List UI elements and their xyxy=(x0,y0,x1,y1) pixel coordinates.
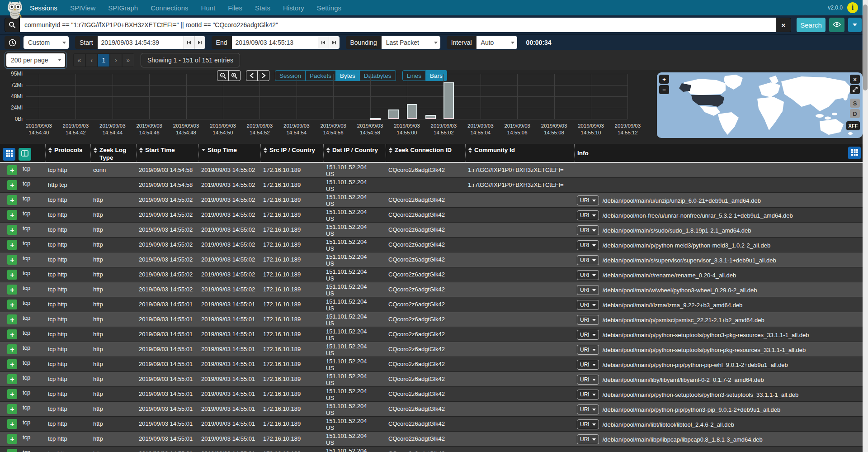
map-zoom-in-button[interactable]: + xyxy=(659,75,669,84)
uri-dropdown-button[interactable]: URI xyxy=(577,404,599,414)
page-button[interactable]: » xyxy=(122,53,134,67)
interval-select[interactable]: Auto xyxy=(476,36,517,49)
nav-item-connections[interactable]: Connections xyxy=(151,4,188,12)
expand-row-button[interactable]: + xyxy=(7,180,17,190)
expand-row-button[interactable]: + xyxy=(7,240,17,250)
search-input[interactable] xyxy=(20,18,776,32)
expand-row-button[interactable]: + xyxy=(7,285,17,295)
map-dst-button[interactable]: D xyxy=(850,109,860,118)
map-close-button[interactable]: × xyxy=(850,75,860,84)
page-button-current[interactable]: 1 xyxy=(98,53,110,67)
uri-dropdown-button[interactable]: URI xyxy=(577,419,599,429)
uri-dropdown-button[interactable]: URI xyxy=(577,300,599,310)
expand-row-button[interactable]: + xyxy=(7,359,17,369)
expand-row-button[interactable]: + xyxy=(7,195,17,205)
uri-dropdown-button[interactable]: URI xyxy=(577,375,599,385)
uri-dropdown-button[interactable]: URI xyxy=(577,330,599,340)
map-expand-button[interactable] xyxy=(850,85,860,94)
scrollbar-thumb[interactable] xyxy=(863,5,868,90)
expand-row-button[interactable]: + xyxy=(7,344,17,354)
expand-row-button[interactable]: + xyxy=(7,314,17,324)
uri-dropdown-button[interactable]: URI xyxy=(577,255,599,265)
chart-bar[interactable] xyxy=(443,82,454,119)
table-settings-button[interactable] xyxy=(848,147,861,159)
chart-bar[interactable] xyxy=(388,109,399,119)
map-xff-button[interactable]: XFF xyxy=(846,121,860,130)
uri-dropdown-button[interactable]: URI xyxy=(577,434,599,444)
column-header-start-time[interactable]: Start Time xyxy=(136,144,198,162)
metric-toggle-packets[interactable]: Packets xyxy=(306,70,336,81)
uri-dropdown-button[interactable]: URI xyxy=(577,270,599,280)
column-header-protocols[interactable]: Protocols xyxy=(45,144,90,162)
expand-row-button[interactable]: + xyxy=(7,374,17,384)
bounding-select[interactable]: Last Packet xyxy=(382,36,440,49)
toggle-view-button[interactable] xyxy=(3,148,15,161)
expand-row-button[interactable]: + xyxy=(7,165,17,175)
zoom-in-icon[interactable] xyxy=(229,70,241,81)
nav-item-settings[interactable]: Settings xyxy=(317,4,341,12)
owl-logo-icon[interactable] xyxy=(5,0,24,21)
chart-bar[interactable] xyxy=(370,118,381,120)
nav-item-hunt[interactable]: Hunt xyxy=(201,4,216,12)
clear-search-button[interactable]: × xyxy=(776,18,791,32)
actions-dropdown-button[interactable] xyxy=(848,18,862,32)
nav-item-files[interactable]: Files xyxy=(228,4,242,12)
page-button[interactable]: « xyxy=(73,53,85,67)
nav-item-spiview[interactable]: SPIView xyxy=(70,4,95,12)
metric-toggle-bytes[interactable]: Bytes xyxy=(336,70,360,81)
expand-row-button[interactable]: + xyxy=(7,389,17,399)
uri-dropdown-button[interactable]: URI xyxy=(577,360,599,370)
expand-row-button[interactable]: + xyxy=(7,434,17,444)
metric-toggle-databytes[interactable]: Databytes xyxy=(360,70,396,81)
chart-bar[interactable] xyxy=(425,115,436,119)
column-header-stop-time[interactable]: Stop Time xyxy=(198,144,260,162)
style-toggle-lines[interactable]: Lines xyxy=(402,70,426,81)
expand-row-button[interactable]: + xyxy=(7,210,17,220)
expand-row-button[interactable]: + xyxy=(7,419,17,429)
uri-dropdown-button[interactable]: URI xyxy=(577,195,599,205)
column-header-zeek-log-type[interactable]: Zeek Log Type xyxy=(90,144,136,162)
skip-end-forward-button[interactable] xyxy=(329,36,340,49)
skip-start-back-button[interactable] xyxy=(184,36,194,49)
uri-dropdown-button[interactable]: URI xyxy=(577,240,599,250)
expand-row-button[interactable]: + xyxy=(7,404,17,414)
column-header-zeek-connection-id[interactable]: Zeek Connection ID xyxy=(386,144,465,162)
page-size-select[interactable]: 200 per page xyxy=(6,53,65,67)
expand-row-button[interactable]: + xyxy=(7,225,17,235)
page-button[interactable]: ‹ xyxy=(85,53,98,67)
page-button[interactable]: › xyxy=(110,53,122,67)
column-header-dst-ip-country[interactable]: Dst IP / Country xyxy=(323,144,386,162)
expand-row-button[interactable]: + xyxy=(7,449,17,452)
nav-item-stats[interactable]: Stats xyxy=(255,4,270,12)
eye-view-button[interactable] xyxy=(829,18,844,32)
nav-item-spigraph[interactable]: SPIGraph xyxy=(108,4,138,12)
expand-row-button[interactable]: + xyxy=(7,300,17,309)
world-map[interactable]: + − × S D XFF xyxy=(657,72,863,138)
map-zoom-out-button[interactable]: − xyxy=(659,85,669,94)
pan-left-icon[interactable] xyxy=(246,70,258,81)
time-range-select[interactable]: Custom xyxy=(24,36,69,49)
uri-dropdown-button[interactable]: URI xyxy=(577,345,599,355)
skip-start-forward-button[interactable] xyxy=(194,36,205,49)
nav-item-history[interactable]: History xyxy=(283,4,304,12)
start-time-input[interactable] xyxy=(98,36,184,49)
expand-row-button[interactable]: + xyxy=(7,255,17,265)
map-src-button[interactable]: S xyxy=(850,99,860,108)
info-icon[interactable]: i xyxy=(847,2,858,13)
chart-bar[interactable] xyxy=(407,104,417,119)
nav-item-sessions[interactable]: Sessions xyxy=(30,4,57,12)
uri-dropdown-button[interactable]: URI xyxy=(577,225,599,235)
skip-end-back-button[interactable] xyxy=(318,36,329,49)
expand-row-button[interactable]: + xyxy=(7,329,17,339)
uri-dropdown-button[interactable]: URI xyxy=(577,390,599,400)
column-config-button[interactable] xyxy=(19,148,31,161)
column-header-community-id[interactable]: Community Id xyxy=(465,144,574,162)
uri-dropdown-button[interactable]: URI xyxy=(577,285,599,295)
column-header-src-ip-country[interactable]: Src IP / Country xyxy=(260,144,323,162)
search-button[interactable]: Search xyxy=(797,18,826,32)
expand-row-button[interactable]: + xyxy=(7,270,17,280)
metric-toggle-session[interactable]: Session xyxy=(275,70,306,81)
vertical-scrollbar[interactable] xyxy=(863,0,868,452)
end-time-input[interactable] xyxy=(232,36,318,49)
uri-dropdown-button[interactable]: URI xyxy=(577,315,599,325)
